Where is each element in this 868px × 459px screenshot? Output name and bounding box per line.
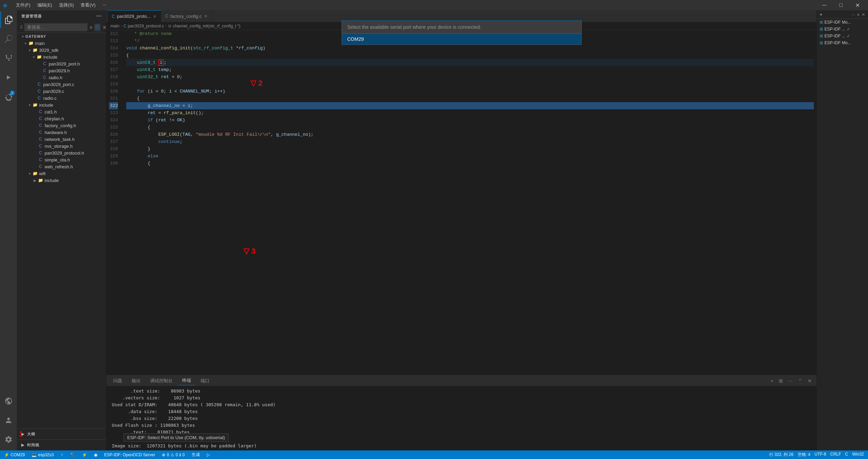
activity-account[interactable] xyxy=(0,412,17,428)
tree-item-radio-c[interactable]: ▾ C radio.c xyxy=(17,95,106,101)
activity-search[interactable] xyxy=(0,31,17,47)
activity-run[interactable] xyxy=(0,69,17,86)
timeline-toggle[interactable]: ▶ 时间线 xyxy=(17,441,106,449)
menu-file[interactable]: 文件(F) xyxy=(13,1,33,9)
breadcrumb-function[interactable]: channel_config_init(stc_rf_config_t *) xyxy=(173,24,240,28)
status-build-icon[interactable]: 🔨 xyxy=(69,450,76,459)
sidebar-search-input[interactable] xyxy=(24,23,87,31)
tree-item-pan3029-port-c[interactable]: ▾ C pan3029_port.c xyxy=(17,81,106,88)
panel-tab-debug[interactable]: 调试控制台 xyxy=(146,376,177,385)
check-icon-2: ✓ xyxy=(847,27,850,32)
search-filter-icon[interactable]: ≡ xyxy=(89,24,93,31)
menu-view[interactable]: 查看(V) xyxy=(78,1,98,9)
status-lang[interactable]: C xyxy=(844,452,849,457)
panel-tab-output[interactable]: 输出 xyxy=(128,376,145,385)
tree-item-factory-h[interactable]: ▾ C factory_config.h xyxy=(17,122,106,129)
tab-close-button[interactable]: × xyxy=(153,14,157,19)
tree-item-include-1[interactable]: ▾ 📁 include xyxy=(17,53,106,60)
tree-item-pan3029-c[interactable]: ▾ C pan3029.c xyxy=(17,88,106,95)
panel-tab-terminal[interactable]: 终端 xyxy=(178,376,195,385)
tab-pan3029-proto[interactable]: C pan3029_proto... × xyxy=(108,10,161,22)
status-build-action[interactable]: 生成 xyxy=(190,450,201,459)
tree-item-nvs-h[interactable]: ▾ C nvs_storage.h xyxy=(17,143,106,149)
tree-item-wifi-include[interactable]: ▶ 📁 include xyxy=(17,177,106,184)
right-panel-item-4[interactable]: ⊞ ESP-IDF Mo... xyxy=(817,39,868,46)
right-panel-item-2[interactable]: ⊞ ESP-IDF ... ✓ xyxy=(817,26,868,33)
status-encoding[interactable]: UTF-8 xyxy=(813,452,828,457)
menu-bar[interactable]: 文件(F) 编辑(E) 选择(S) 查看(V) ··· xyxy=(13,1,109,9)
menu-more[interactable]: ··· xyxy=(100,1,109,9)
breadcrumb-main[interactable]: main xyxy=(110,24,119,28)
command-item-com29[interactable]: COM29 xyxy=(342,34,581,45)
menu-select[interactable]: 选择(S) xyxy=(56,1,76,9)
status-run-icon[interactable]: ▷ xyxy=(205,450,211,459)
terminal-line-3: Used stat D/IRAM: 40648 bytes ( 305208 r… xyxy=(112,401,811,408)
tree-item-web-refresh-h[interactable]: ▾ C web_refresh.h xyxy=(17,163,106,170)
tree-item-chirplan-h[interactable]: ▾ C chirplan.h xyxy=(17,115,106,122)
search-active-icon[interactable]: Ⓢ xyxy=(94,24,100,31)
code-content[interactable]: * @return none */ void channel_config_in… xyxy=(123,30,817,375)
tree-gateway[interactable]: ▾ GATEWAY xyxy=(17,33,106,40)
panel-add-button[interactable]: + xyxy=(769,377,775,384)
search-close-icon[interactable]: ✕ xyxy=(102,24,106,31)
status-line-col[interactable]: 行 322, 列 26 xyxy=(768,452,795,458)
panel-more-button[interactable]: ··· xyxy=(786,377,795,384)
error-count: 0 xyxy=(167,452,169,457)
activity-settings[interactable] xyxy=(0,431,17,448)
tree-item-cat1-h[interactable]: ▾ C cat1.h xyxy=(17,108,106,115)
tree-item-pan3029-h[interactable]: ▾ C pan3029.h xyxy=(17,67,106,74)
right-panel-close[interactable]: ✕ xyxy=(861,12,865,17)
status-spaces[interactable]: 空格: 4 xyxy=(796,452,812,458)
sidebar-more-icon[interactable]: ··· xyxy=(96,13,102,19)
maximize-button[interactable]: □ xyxy=(833,0,849,10)
status-monitor-icon[interactable]: ◉ xyxy=(93,450,99,459)
info-count: 0 xyxy=(182,452,185,457)
status-openocd[interactable]: ESP-IDF: OpenOCD Server xyxy=(103,450,157,459)
right-panel-up[interactable]: ∧ xyxy=(857,12,860,17)
tree-item-pan3029-protocol-h[interactable]: ▾ C pan3029_protocol.h xyxy=(17,149,106,156)
activity-remote[interactable] xyxy=(0,393,17,409)
right-panel-item-3[interactable]: ⊞ ESP-IDF ... ✓ xyxy=(817,33,868,39)
activity-source-control[interactable] xyxy=(0,50,17,67)
right-panel-item-1[interactable]: ⊞ ESP-IDF Mo... xyxy=(817,19,868,26)
outline-toggle[interactable]: ▶ 大纲 xyxy=(17,430,106,438)
terminal-line-2: .vectors size: 1027 bytes xyxy=(112,395,811,401)
panel-tab-problems[interactable]: 问题 xyxy=(109,376,126,385)
espidf-icon-2: ⊞ xyxy=(820,27,823,32)
right-panel-more[interactable]: ··· xyxy=(852,12,855,17)
git-icon: ⑂ xyxy=(61,452,63,457)
minimize-button[interactable]: ─ xyxy=(817,0,832,10)
status-errors[interactable]: ⊗ 0 ⚠ 0 ℹ 0 xyxy=(160,450,186,459)
status-flash-icon[interactable]: ⚡ xyxy=(81,450,88,459)
tree-item-pan3029-port-h[interactable]: ▾ C pan3029_port.h xyxy=(17,60,106,67)
tree-item-3029sdk[interactable]: ▾ 📁 3029_sdk xyxy=(17,47,106,53)
close-button[interactable]: ✕ xyxy=(849,0,865,10)
status-git[interactable]: ⑂ xyxy=(59,450,64,459)
panel-maximize-button[interactable]: ⌃ xyxy=(796,377,804,384)
panel-split-button[interactable]: ⊞ xyxy=(777,377,785,384)
tab-factory-config[interactable]: C factory_config.c × xyxy=(161,10,212,22)
activity-files[interactable] xyxy=(0,12,17,28)
tree-item-radio-h[interactable]: ▾ C radio.h xyxy=(17,74,106,81)
tree-item-hardware-h[interactable]: ▾ C hardware.h xyxy=(17,129,106,136)
status-platform[interactable]: Win32 xyxy=(851,452,865,457)
tab-close-button-2[interactable]: × xyxy=(204,14,208,19)
right-panel-add[interactable]: + xyxy=(820,12,822,17)
command-palette-input[interactable] xyxy=(342,21,581,33)
status-device[interactable]: 💻 esp32s3 xyxy=(30,450,55,459)
activity-extensions[interactable]: 1 xyxy=(0,88,17,105)
check-icon-3: ✓ xyxy=(847,34,850,38)
status-line-ending[interactable]: CRLF xyxy=(829,452,842,457)
breadcrumb-file[interactable]: pan3029_protocol.c xyxy=(128,24,164,28)
tree-item-simple-ota-h[interactable]: ▾ C simple_ota.h xyxy=(17,156,106,163)
menu-edit[interactable]: 编辑(E) xyxy=(35,1,55,9)
tree-item-wifi[interactable]: ▾ 📁 wifi xyxy=(17,170,106,177)
tree-item-network-h[interactable]: ▾ C network_task.h xyxy=(17,136,106,143)
tree-item-include-2[interactable]: ▾ 📁 include xyxy=(17,101,106,108)
window-controls: ─ □ ✕ xyxy=(817,0,865,10)
panel-tab-port[interactable]: 端口 xyxy=(197,376,214,385)
tree-item-main[interactable]: ▾ 📁 main xyxy=(17,40,106,47)
panel-close-button[interactable]: ✕ xyxy=(806,377,814,384)
status-port[interactable]: ⚡ COM29 xyxy=(3,450,26,459)
terminal-line-5: .bss size: 22200 bytes xyxy=(112,415,811,422)
